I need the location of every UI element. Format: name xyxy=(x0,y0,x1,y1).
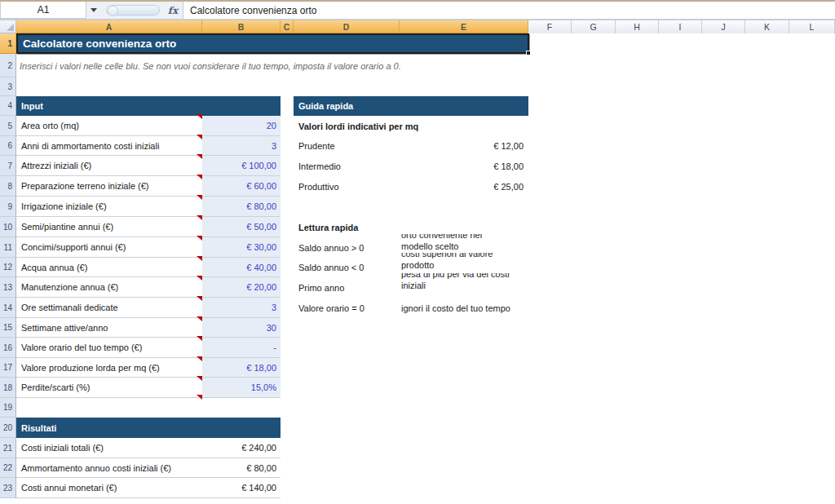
select-all-button[interactable] xyxy=(0,20,16,33)
input-row[interactable]: Manutenzione annua (€)€ 20,00 xyxy=(16,277,281,298)
input-row[interactable]: Irrigazione iniziale (€)€ 80,00 xyxy=(16,197,281,217)
formula-input[interactable]: Calcolatore convenienza orto xyxy=(183,2,835,19)
column-header-e[interactable]: E xyxy=(400,20,528,34)
guida-row[interactable]: Intermedio € 18,00 xyxy=(294,156,528,176)
input-section-header-label: Input xyxy=(21,101,43,111)
row-header-18[interactable]: 18 xyxy=(0,378,16,398)
column-header-i[interactable]: I xyxy=(659,20,702,34)
column-header-j[interactable]: J xyxy=(702,20,745,34)
row-header-8[interactable]: 8 xyxy=(0,176,16,197)
input-row[interactable]: Valore orario del tuo tempo (€)- xyxy=(16,338,281,358)
row-header-20[interactable]: 20 xyxy=(0,418,16,438)
row-header-23[interactable]: 23 xyxy=(0,478,16,498)
input-row[interactable]: Area orto (mq)20 xyxy=(16,116,281,136)
name-box[interactable]: A1 xyxy=(0,2,86,19)
column-header-b[interactable]: B xyxy=(202,20,281,34)
results-section-header[interactable]: Risultati xyxy=(16,418,281,438)
row-header-14[interactable]: 14 xyxy=(0,298,16,318)
lettura-section-header[interactable]: Lettura rapida xyxy=(294,217,400,237)
row-header-12[interactable]: 12 xyxy=(0,258,16,277)
sheet-title: Calcolatore convenienza orto xyxy=(23,38,176,50)
row-header-5[interactable]: 5 xyxy=(0,116,16,136)
row-header-22[interactable]: 22 xyxy=(0,458,16,478)
row-header-13[interactable]: 13 xyxy=(0,277,16,298)
column-header-f[interactable]: F xyxy=(528,20,572,34)
name-box-dropdown-icon[interactable] xyxy=(86,2,101,19)
column-header-d[interactable]: D xyxy=(294,20,400,34)
input-section-header[interactable]: Input xyxy=(16,96,281,116)
input-row[interactable]: Concimi/supporti annui (€)€ 30,00 xyxy=(16,237,281,258)
row-header-4[interactable]: 4 xyxy=(0,96,16,116)
selection-fill-handle[interactable] xyxy=(526,51,531,55)
row-header-17[interactable]: 17 xyxy=(0,358,16,378)
lettura-description[interactable]: ignori il costo del tuo tempo xyxy=(401,298,540,318)
lettura-label[interactable]: Primo anno xyxy=(294,277,400,298)
row-header-2[interactable]: 2 xyxy=(0,54,16,77)
input-row[interactable]: Semi/piantine annui (€)€ 50,00 xyxy=(16,217,281,237)
input-row[interactable]: Acqua annua (€)€ 40,00 xyxy=(16,258,281,277)
formula-bar: A1 fx Calcolatore convenienza orto xyxy=(0,2,835,20)
row-header-7[interactable]: 7 xyxy=(0,156,16,176)
row-header-21[interactable]: 21 xyxy=(0,438,16,458)
lettura-description[interactable]: costi superiori al valore prodotto xyxy=(401,253,540,274)
input-row[interactable]: Attrezzi iniziali (€)€ 100,00 xyxy=(16,156,281,176)
column-header-g[interactable]: G xyxy=(572,20,616,34)
column-header-h[interactable]: H xyxy=(616,20,659,34)
results-section-header-label: Risultati xyxy=(21,423,56,433)
input-row[interactable]: Perdite/scarti (%)15,0% xyxy=(16,378,281,398)
column-headers: A B C D E F G H I J K L xyxy=(0,20,835,33)
row-header-3[interactable]: 3 xyxy=(0,77,16,96)
active-cell-reference: A1 xyxy=(38,4,50,15)
excel-window: A1 fx Calcolatore convenienza orto A B C… xyxy=(0,0,835,504)
lettura-label[interactable]: Valore orario = 0 xyxy=(294,298,400,318)
sheet-title-cell[interactable]: Calcolatore convenienza orto xyxy=(16,33,529,54)
input-row[interactable]: Preparazione terreno iniziale (€)€ 60,00 xyxy=(16,176,281,197)
column-header-a[interactable]: A xyxy=(16,20,202,34)
guida-section-header-label: Guida rapida xyxy=(298,101,353,111)
lettura-description[interactable]: pesa di più per via dei costi iniziali xyxy=(401,273,540,294)
insert-function-icon[interactable]: fx xyxy=(163,2,183,19)
guida-section-header[interactable]: Guida rapida xyxy=(294,96,528,116)
row-header-9[interactable]: 9 xyxy=(0,197,16,217)
formula-bar-buttons xyxy=(106,5,160,15)
column-header-c[interactable]: C xyxy=(281,20,294,34)
row-header-1[interactable]: 1 xyxy=(0,33,16,54)
input-table: Area orto (mq)20 Anni di ammortamento co… xyxy=(16,116,281,398)
column-header-k[interactable]: K xyxy=(745,20,789,34)
lettura-label[interactable]: Saldo annuo < 0 xyxy=(294,258,400,277)
input-row[interactable]: Valore produzione lorda per mq (€)€ 18,0… xyxy=(16,358,281,378)
row-headers: 1 2 3 4 5 6 7 8 9 10 11 12 13 14 15 16 1… xyxy=(0,33,16,498)
result-row[interactable]: Ammortamento annuo costi iniziali (€)€ 8… xyxy=(16,458,281,478)
row-header-15[interactable]: 15 xyxy=(0,318,16,338)
result-row[interactable]: Costi iniziali totali (€)€ 240,00 xyxy=(16,438,281,458)
input-row[interactable]: Anni di ammortamento costi iniziali3 xyxy=(16,136,281,156)
guida-row[interactable]: Prudente € 12,00 xyxy=(294,136,528,156)
row-header-10[interactable]: 10 xyxy=(0,217,16,237)
worksheet: 1 2 3 4 5 6 7 8 9 10 11 12 13 14 15 16 1… xyxy=(0,33,835,504)
comment-indicator-icon xyxy=(197,395,202,400)
row-header-19[interactable]: 19 xyxy=(0,398,16,418)
formula-text: Calcolatore convenienza orto xyxy=(190,5,316,16)
results-table: Costi iniziali totali (€)€ 240,00 Ammort… xyxy=(16,438,281,498)
instructions-note[interactable]: Inserisci i valori nelle celle blu. Se n… xyxy=(20,54,401,77)
column-header-l[interactable]: L xyxy=(789,20,835,34)
input-row[interactable]: Ore settimanali dedicate3 xyxy=(16,298,281,318)
input-row[interactable]: Settimane attive/anno30 xyxy=(16,318,281,338)
row-header-6[interactable]: 6 xyxy=(0,136,16,156)
row-header-16[interactable]: 16 xyxy=(0,338,16,358)
result-row[interactable]: Costi annui monetari (€)€ 140,00 xyxy=(16,478,281,498)
row-header-11[interactable]: 11 xyxy=(0,237,16,258)
guida-subtitle: Valori lordi indicativi per mq xyxy=(294,122,418,131)
guida-row[interactable]: Produttivo € 25,00 xyxy=(294,176,528,197)
guida-subtitle-row[interactable]: Valori lordi indicativi per mq xyxy=(294,116,528,136)
lettura-label[interactable]: Saldo annuo > 0 xyxy=(294,237,400,258)
